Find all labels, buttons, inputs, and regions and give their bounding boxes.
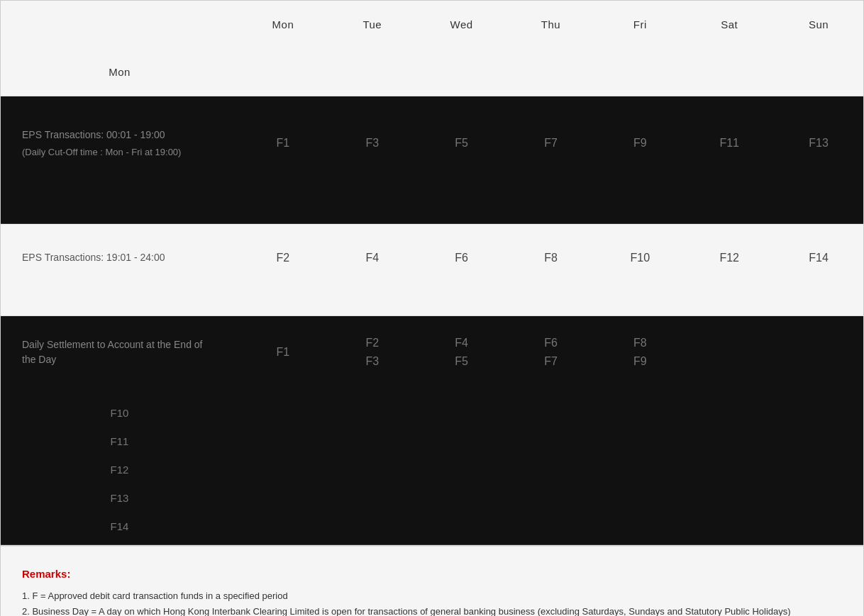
row1-thu: F7 bbox=[506, 96, 596, 190]
row3-mon2-f14: F14 bbox=[111, 516, 129, 537]
row1-tue: F3 bbox=[328, 96, 417, 190]
header-day-thu: Thu bbox=[506, 1, 596, 48]
header-day-wed: Wed bbox=[417, 1, 506, 48]
row2-wed: F6 bbox=[417, 224, 506, 291]
row3-sun bbox=[774, 316, 863, 388]
row3-fri-f8: F8 bbox=[633, 337, 647, 349]
row1-mon1: F1 bbox=[238, 96, 328, 190]
header-day-tue: Tue bbox=[328, 1, 417, 48]
row3-mon2-f11: F11 bbox=[111, 431, 129, 452]
row1-mon2 bbox=[1, 190, 238, 223]
row3-fri: F8 F9 bbox=[595, 316, 685, 388]
row-settlement: Daily Settlement to Account at the End o… bbox=[1, 316, 863, 545]
row2-sat: F12 bbox=[685, 224, 774, 291]
row3-tue-f2: F2 bbox=[365, 337, 379, 349]
row3-thu: F6 F7 bbox=[506, 316, 596, 388]
remarks-section: Remarks: 1. F = Approved debit card tran… bbox=[1, 545, 863, 616]
remarks-line1: 1. F = Approved debit card transaction f… bbox=[22, 588, 842, 604]
header-day-mon1: Mon bbox=[238, 1, 328, 48]
row2-label: EPS Transactions: 19:01 - 24:00 bbox=[1, 224, 238, 291]
row3-fri-f9: F9 bbox=[633, 355, 647, 368]
row1-sun: F13 bbox=[774, 96, 863, 190]
row2-tue: F4 bbox=[328, 224, 417, 291]
header-empty bbox=[1, 1, 238, 48]
row3-label: Daily Settlement to Account at the End o… bbox=[1, 316, 238, 388]
row3-mon1-val: F1 bbox=[277, 346, 290, 359]
header-day-fri: Fri bbox=[595, 1, 685, 48]
row-eps-evening: EPS Transactions: 19:01 - 24:00 F2 F4 F6… bbox=[1, 224, 863, 316]
row1-sublabel: (Daily Cut-Off time : Mon - Fri at 19:00… bbox=[22, 145, 217, 159]
row1-title: EPS Transactions: 00:01 - 19:00 bbox=[22, 128, 217, 142]
header-row: Mon Tue Wed Thu Fri Sat Sun Mon bbox=[1, 1, 863, 96]
header-day-sat: Sat bbox=[685, 1, 774, 48]
row1-sat: F11 bbox=[685, 96, 774, 190]
row3-mon2-f13: F13 bbox=[111, 488, 129, 509]
row3-title: Daily Settlement to Account at the End o… bbox=[22, 337, 217, 367]
row3-wed: F4 F5 bbox=[417, 316, 506, 388]
row2-title: EPS Transactions: 19:01 - 24:00 bbox=[22, 250, 217, 265]
row3-mon2: F10 F11 F12 F13 F14 bbox=[1, 388, 238, 544]
row3-sat bbox=[685, 316, 774, 388]
row3-mon2-f10: F10 bbox=[111, 403, 129, 424]
row1-label: EPS Transactions: 00:01 - 19:00 (Daily C… bbox=[1, 96, 238, 190]
header-day-sun: Sun bbox=[774, 1, 863, 48]
row3-tue: F2 F3 bbox=[328, 316, 417, 388]
row-eps-morning: EPS Transactions: 00:01 - 19:00 (Daily C… bbox=[1, 96, 863, 224]
row2-mon2 bbox=[1, 291, 238, 315]
row3-thu-f7: F7 bbox=[544, 355, 558, 368]
row3-wed-f5: F5 bbox=[455, 355, 468, 368]
row2-mon1: F2 bbox=[238, 224, 328, 291]
header-day-mon2: Mon bbox=[1, 48, 238, 96]
row2-fri: F10 bbox=[595, 224, 685, 291]
row3-wed-f4: F4 bbox=[455, 337, 468, 349]
remarks-line2: 2. Business Day = A day on which Hong Ko… bbox=[22, 604, 842, 616]
row3-thu-f6: F6 bbox=[544, 337, 558, 349]
row1-wed: F5 bbox=[417, 96, 506, 190]
row2-thu: F8 bbox=[506, 224, 596, 291]
remarks-title: Remarks: bbox=[22, 568, 842, 580]
row3-mon2-f12: F12 bbox=[111, 459, 129, 481]
row3-mon1: F1 bbox=[238, 316, 328, 388]
row2-sun: F14 bbox=[774, 224, 863, 291]
row1-fri: F9 bbox=[595, 96, 685, 190]
row3-tue-f3: F3 bbox=[365, 355, 379, 368]
